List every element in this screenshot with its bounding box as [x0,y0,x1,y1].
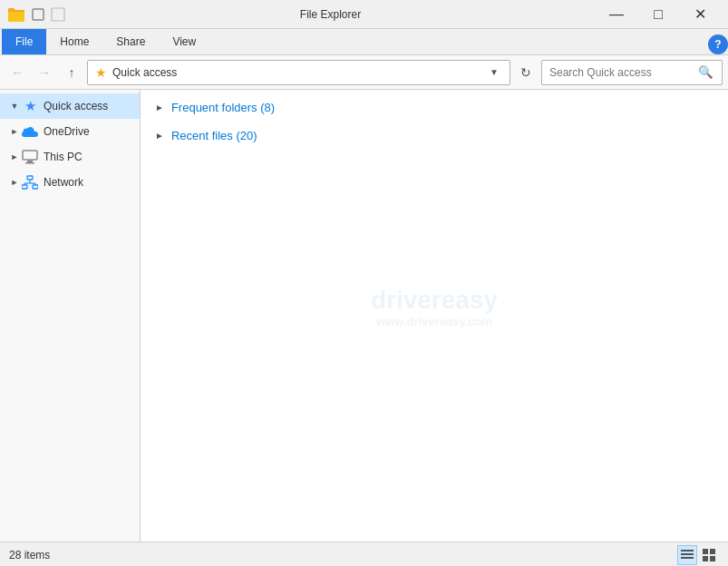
title-bar-icons [7,5,65,24]
this-pc-icon [22,149,38,165]
pin-icon [31,7,45,22]
svg-rect-16 [703,549,708,554]
sidebar-item-this-pc[interactable]: ► This PC [0,144,140,170]
undo-icon [51,7,65,22]
search-input[interactable] [549,66,696,79]
folder-icon [7,5,25,24]
svg-rect-8 [33,185,38,189]
tab-view[interactable]: View [159,29,209,54]
quick-access-icon: ★ [22,98,38,114]
ribbon-tabs: File Home Share View ? [0,29,728,54]
sidebar-item-network[interactable]: ► Network [0,170,140,195]
search-box[interactable]: 🔍 [541,60,723,85]
tab-share[interactable]: Share [102,29,159,54]
title-bar: File Explorer — □ ✕ [0,0,728,29]
item-count: 28 items [9,549,50,561]
ribbon: File Home Share View ? [0,29,728,55]
expand-this-pc-icon: ► [7,150,22,164]
details-view-button[interactable] [677,545,697,565]
close-button[interactable]: ✕ [679,0,721,29]
svg-rect-2 [52,8,64,21]
frequent-folders-header[interactable]: ► Frequent folders (8) [155,97,713,118]
svg-rect-14 [681,553,694,555]
address-bar-row: ← → ↑ ★ Quick access ▼ ↻ 🔍 [0,55,728,90]
svg-rect-18 [703,556,708,561]
back-button[interactable]: ← [5,61,29,84]
recent-files-group: ► Recent files (20) [155,125,713,146]
address-chevron-icon: ▼ [490,67,499,77]
this-pc-label: This PC [44,151,83,163]
network-icon [22,174,38,190]
sidebar: ▼ ★ Quick access ► OneDrive ► [0,90,141,542]
svg-rect-4 [27,161,33,162]
onedrive-label: OneDrive [44,125,90,138]
frequent-folders-chevron: ► [155,102,164,112]
address-bar[interactable]: ★ Quick access ▼ [87,60,510,85]
svg-rect-15 [681,557,694,559]
svg-rect-6 [27,176,33,180]
watermark: drivereasy www.drivereasy.com [371,286,498,328]
quick-access-star-icon: ★ [95,65,107,80]
app-title: File Explorer [65,8,596,21]
expand-quick-access-icon: ▼ [7,99,22,113]
svg-rect-13 [681,550,694,551]
svg-rect-1 [33,9,44,20]
help-button[interactable]: ? [708,34,728,54]
view-buttons [677,545,719,565]
sidebar-item-quick-access[interactable]: ▼ ★ Quick access [0,93,140,119]
recent-files-chevron: ► [155,131,164,141]
large-icon-view-button[interactable] [699,545,719,565]
recent-files-header[interactable]: ► Recent files (20) [155,125,713,146]
minimize-button[interactable]: — [596,0,637,29]
svg-rect-5 [25,162,34,164]
up-button[interactable]: ↑ [60,61,83,84]
recent-files-label: Recent files (20) [171,129,257,142]
content-area: drivereasy www.drivereasy.com ► Frequent… [141,90,728,542]
network-label: Network [44,176,83,189]
maximize-button[interactable]: □ [637,0,679,29]
window-controls: — □ ✕ [596,0,721,29]
status-bar: 28 items [0,542,728,566]
svg-rect-17 [710,549,715,554]
frequent-folders-label: Frequent folders (8) [171,101,275,114]
expand-onedrive-icon: ► [7,124,22,139]
address-path: Quick access [112,66,490,79]
frequent-folders-group: ► Frequent folders (8) [155,97,713,118]
onedrive-icon [22,123,38,140]
tab-home[interactable]: Home [46,29,102,54]
refresh-button[interactable]: ↻ [514,61,538,84]
svg-rect-19 [710,556,715,561]
main-area: ▼ ★ Quick access ► OneDrive ► [0,90,728,542]
search-button[interactable]: 🔍 [696,63,714,82]
tab-file[interactable]: File [2,29,46,54]
svg-rect-7 [22,185,27,189]
quick-access-label: Quick access [44,100,108,112]
sidebar-item-onedrive[interactable]: ► OneDrive [0,119,140,144]
forward-button[interactable]: → [33,61,56,84]
expand-network-icon: ► [7,175,22,190]
svg-rect-3 [23,151,37,160]
